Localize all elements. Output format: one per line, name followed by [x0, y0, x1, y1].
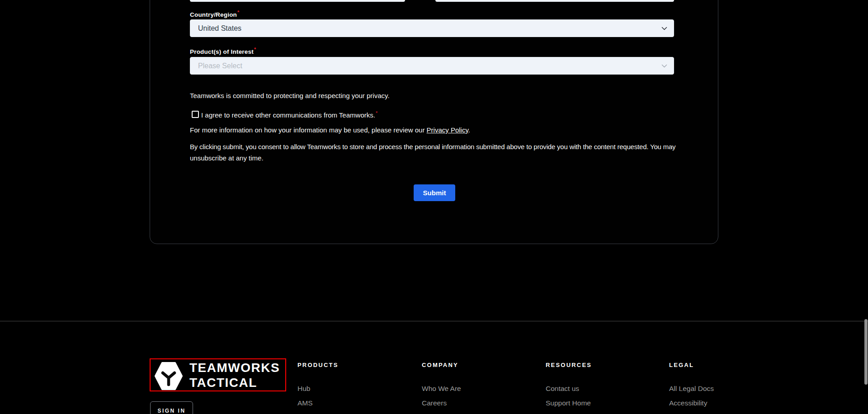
country-region-select-value: United States [198, 24, 661, 33]
footer-column-title: COMPANY [422, 362, 530, 368]
footer-logo-text: TEAMWORKS TACTICAL [189, 360, 280, 390]
country-region-label: Country/Region* [190, 9, 240, 18]
sign-in-button[interactable]: SIGN IN [150, 401, 193, 414]
form-field-partial-right[interactable] [435, 0, 674, 2]
footer-column-company: COMPANY Who We Are Careers [422, 362, 530, 407]
page-background: Country/Region* United States Product(s)… [0, 0, 868, 414]
teamworks-hexagon-y-logo-icon [155, 362, 183, 392]
footer-link-hub[interactable]: Hub [297, 385, 406, 393]
privacy-info-suffix: . [468, 126, 470, 134]
form-field-partial-left[interactable] [190, 0, 405, 2]
products-of-interest-label: Product(s) of Interest* [190, 47, 256, 55]
footer-link-accessibility[interactable]: Accessibility [669, 399, 778, 407]
privacy-policy-link[interactable]: Privacy Policy [427, 126, 468, 134]
consent-checkbox[interactable] [192, 111, 199, 118]
logo-text-line1: TEAMWORKS [189, 360, 280, 375]
consent-disclaimer-line1: By clicking submit, you consent to allow… [190, 143, 675, 151]
required-asterisk: * [237, 9, 239, 15]
products-of-interest-select[interactable]: Please Select [190, 57, 674, 75]
footer-column-title: LEGAL [669, 362, 778, 368]
country-region-label-text: Country/Region [190, 11, 237, 18]
submit-button[interactable]: Submit [414, 184, 455, 201]
privacy-info-prefix: For more information on how your informa… [190, 126, 427, 134]
products-of-interest-label-text: Product(s) of Interest [190, 48, 254, 55]
consent-checkbox-label-text: I agree to receive other communications … [201, 111, 375, 119]
footer-link-ams[interactable]: AMS [297, 399, 406, 407]
footer-link-contact-us[interactable]: Contact us [546, 385, 654, 393]
consent-checkbox-label: I agree to receive other communications … [201, 110, 377, 119]
products-of-interest-placeholder: Please Select [198, 62, 661, 70]
chevron-down-icon [661, 24, 667, 33]
footer-logo-link[interactable]: TEAMWORKS TACTICAL [150, 358, 286, 391]
chevron-down-icon [661, 62, 667, 70]
scrollbar-thumb[interactable] [864, 319, 868, 385]
footer-link-support-home[interactable]: Support Home [546, 399, 654, 407]
required-asterisk: * [376, 110, 377, 116]
footer-column-resources: RESOURCES Contact us Support Home [546, 362, 654, 407]
privacy-commitment-text: Teamworks is committed to protecting and… [190, 92, 390, 99]
footer-link-careers[interactable]: Careers [422, 399, 530, 407]
footer-column-title: PRODUCTS [297, 362, 406, 368]
country-region-select[interactable]: United States [190, 19, 674, 37]
footer-column-legal: LEGAL All Legal Docs Accessibility [669, 362, 778, 407]
consent-disclaimer-line2: unsubscribe at any time. [190, 154, 264, 162]
required-asterisk: * [254, 47, 256, 52]
footer-divider [0, 321, 868, 321]
footer-link-all-legal-docs[interactable]: All Legal Docs [669, 385, 778, 393]
footer-link-who-we-are[interactable]: Who We Are [422, 385, 530, 393]
logo-text-line2: TACTICAL [189, 375, 280, 390]
privacy-info-text: For more information on how your informa… [190, 126, 470, 134]
footer-column-title: RESOURCES [546, 362, 654, 368]
footer-column-products: PRODUCTS Hub AMS [297, 362, 406, 407]
